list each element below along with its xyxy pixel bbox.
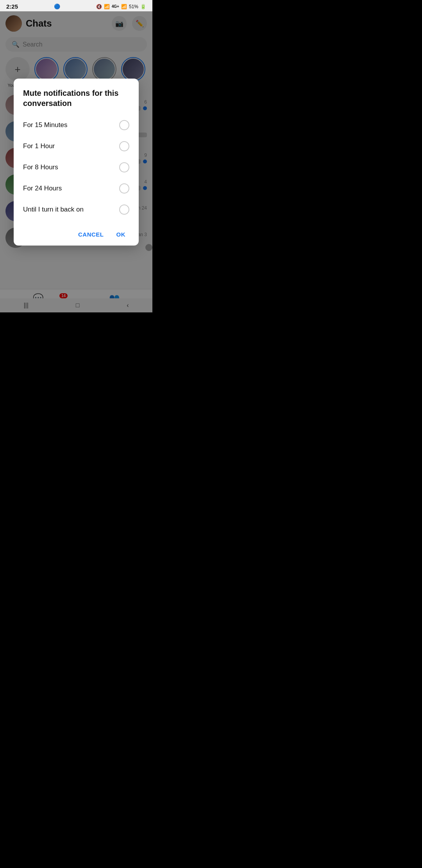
mute-option-label-1hour: For 1 Hour <box>23 142 55 150</box>
status-icons: 🔇 📶 4G+ 📶 51% 🔋 <box>96 4 146 9</box>
modal-backdrop: Mute notifications for this conversation… <box>0 11 152 312</box>
mute-option-forever[interactable]: Until I turn it back on <box>23 199 129 220</box>
radio-15min[interactable] <box>119 120 129 130</box>
ok-button[interactable]: OK <box>113 228 130 241</box>
messenger-icon: 🔵 <box>54 4 60 9</box>
signal-icon: 📶 <box>121 4 127 9</box>
mute-icon: 🔇 <box>96 4 102 9</box>
mute-option-label-8hours: For 8 Hours <box>23 163 58 171</box>
mute-option-1hour[interactable]: For 1 Hour <box>23 136 129 157</box>
radio-8hours[interactable] <box>119 162 129 172</box>
battery-icon: 🔋 <box>140 4 146 9</box>
radio-24hours[interactable] <box>119 183 129 194</box>
mute-dialog: Mute notifications for this conversation… <box>14 79 139 246</box>
mute-option-label-24hours: For 24 Hours <box>23 185 62 192</box>
mute-option-label-15min: For 15 Minutes <box>23 121 67 129</box>
radio-forever[interactable] <box>119 204 129 215</box>
status-bar: 2:25 🔵 🔇 📶 4G+ 📶 51% 🔋 <box>0 0 152 11</box>
lte-icon: 4G+ <box>112 4 119 9</box>
radio-1hour[interactable] <box>119 141 129 151</box>
background-app: Chats 📷 ✏️ 🔍 Search + Your Sto... Ariana <box>0 11 152 312</box>
mute-option-label-forever: Until I turn it back on <box>23 206 84 213</box>
mute-dialog-actions: CANCEL OK <box>23 226 129 241</box>
wifi-icon: 📶 <box>104 4 110 9</box>
status-time: 2:25 <box>6 3 18 10</box>
battery-text: 51% <box>129 4 138 9</box>
mute-option-24hours[interactable]: For 24 Hours <box>23 178 129 199</box>
mute-option-15min[interactable]: For 15 Minutes <box>23 115 129 136</box>
mute-option-8hours[interactable]: For 8 Hours <box>23 157 129 178</box>
mute-dialog-title: Mute notifications for this conversation <box>23 88 129 108</box>
cancel-button[interactable]: CANCEL <box>74 228 108 241</box>
